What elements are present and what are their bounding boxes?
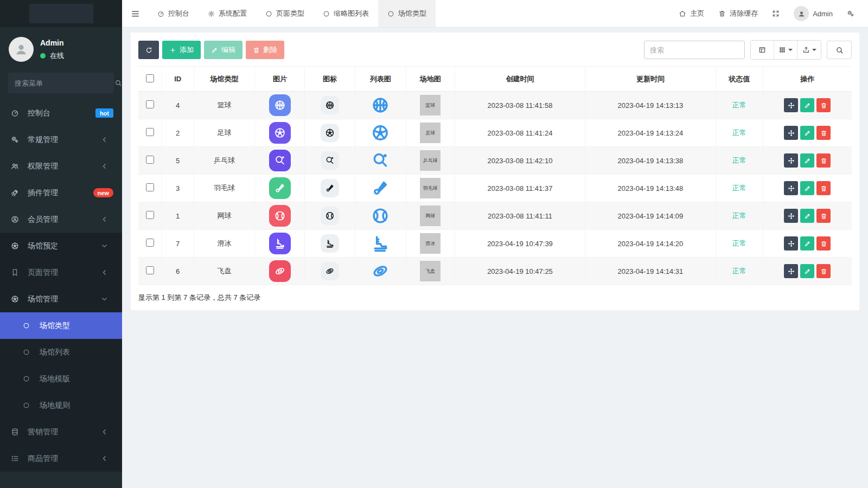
icon-badge[interactable] [321, 96, 339, 114]
icon-badge[interactable] [321, 207, 339, 225]
row-delete-button[interactable] [816, 98, 831, 112]
status-badge[interactable]: 正常 [732, 239, 746, 247]
status-badge[interactable]: 正常 [732, 184, 746, 192]
sidebar-item-goods[interactable]: 商品管理 [0, 445, 122, 472]
export-button[interactable] [797, 41, 821, 59]
row-move-button[interactable] [784, 126, 798, 140]
tab-console[interactable]: 控制台 [148, 0, 199, 27]
row-delete-button[interactable] [816, 236, 831, 251]
sidebar-item-marketing[interactable]: 营销管理 [0, 419, 122, 445]
icon-badge[interactable] [321, 124, 339, 142]
clear-cache-label: 清除缓存 [730, 9, 758, 18]
sidebar-item-venue-booking[interactable]: 场馆预定 [0, 233, 122, 259]
row-checkbox[interactable] [146, 128, 154, 136]
select-all-checkbox[interactable] [146, 74, 154, 82]
field-map-thumb[interactable]: 飞盘 [420, 261, 441, 281]
field-map-thumb[interactable]: 足球 [420, 123, 441, 143]
row-checkbox[interactable] [146, 183, 154, 191]
row-edit-button[interactable] [800, 209, 814, 223]
clear-cache-link[interactable]: 清除缓存 [711, 0, 765, 27]
tab-venue-type[interactable]: 场馆类型 [378, 0, 436, 27]
row-edit-button[interactable] [800, 264, 814, 278]
row-checkbox[interactable] [146, 156, 154, 164]
list-image[interactable] [371, 234, 390, 253]
delete-button[interactable]: 删除 [246, 41, 284, 59]
row-move-button[interactable] [784, 181, 798, 195]
row-edit-button[interactable] [800, 236, 814, 251]
row-delete-button[interactable] [816, 153, 831, 168]
field-map-thumb[interactable]: 篮球 [420, 95, 441, 115]
row-checkbox[interactable] [146, 266, 154, 274]
row-move-button[interactable] [784, 153, 798, 168]
row-move-button[interactable] [784, 209, 798, 223]
sidebar-item-console[interactable]: 控制台hot [0, 100, 122, 126]
image-badge[interactable] [269, 122, 291, 144]
row-delete-button[interactable] [816, 264, 831, 278]
row-move-button[interactable] [784, 98, 798, 112]
status-badge[interactable]: 正常 [732, 211, 746, 220]
add-button[interactable]: 添加 [162, 41, 201, 59]
settings-button[interactable] [840, 0, 861, 27]
row-delete-button[interactable] [816, 209, 831, 223]
columns-button[interactable] [774, 41, 797, 59]
table-search-input[interactable] [644, 41, 745, 59]
tab-page-type[interactable]: 页面类型 [256, 0, 314, 27]
list-image[interactable] [371, 207, 390, 225]
icon-badge[interactable] [321, 179, 339, 197]
row-delete-button[interactable] [816, 181, 831, 195]
field-map-thumb[interactable]: 滑冰 [420, 233, 441, 254]
row-edit-button[interactable] [800, 181, 814, 195]
search-button[interactable] [827, 41, 852, 59]
field-map-thumb[interactable]: 网球 [420, 206, 441, 226]
image-badge[interactable] [269, 94, 291, 116]
icon-badge[interactable] [321, 151, 339, 170]
field-map-thumb[interactable]: 乒乓球 [420, 150, 441, 171]
sidebar-item-auth[interactable]: 权限管理 [0, 153, 122, 179]
tab-system-config[interactable]: 系统配置 [199, 0, 256, 27]
image-badge[interactable] [269, 205, 291, 227]
icon-badge[interactable] [321, 234, 339, 253]
sidebar-item-general[interactable]: 常规管理 [0, 126, 122, 153]
user-menu[interactable]: Admin [787, 0, 840, 27]
toggle-view-button[interactable] [751, 41, 774, 59]
sidebar-item-page-manage[interactable]: 页面管理 [0, 259, 122, 286]
sidebar-item-field-template[interactable]: 场地模版 [0, 365, 122, 392]
sidebar-item-member[interactable]: 会员管理 [0, 206, 122, 233]
status-badge[interactable]: 正常 [732, 101, 746, 109]
row-checkbox[interactable] [146, 239, 154, 247]
sidebar-item-venue-manage[interactable]: 场馆管理 [0, 286, 122, 312]
list-image[interactable] [371, 262, 390, 280]
field-map-thumb[interactable]: 羽毛球 [420, 178, 441, 198]
list-image[interactable] [371, 179, 390, 197]
sidebar-item-field-rule[interactable]: 场地规则 [0, 392, 122, 419]
image-badge[interactable] [269, 233, 291, 254]
row-edit-button[interactable] [800, 153, 814, 168]
row-move-button[interactable] [784, 236, 798, 251]
status-badge[interactable]: 正常 [732, 129, 746, 137]
home-link[interactable]: 主页 [672, 0, 711, 27]
fullscreen-button[interactable] [765, 0, 787, 27]
row-checkbox[interactable] [146, 100, 154, 108]
menu-toggle-button[interactable] [122, 0, 148, 27]
image-badge[interactable] [269, 260, 291, 282]
edit-button[interactable]: 编辑 [204, 41, 242, 59]
image-badge[interactable] [269, 150, 291, 171]
sidebar-item-venue-list[interactable]: 场馆列表 [0, 339, 122, 365]
status-badge[interactable]: 正常 [732, 267, 746, 275]
list-image[interactable] [371, 96, 390, 114]
row-edit-button[interactable] [800, 126, 814, 140]
status-badge[interactable]: 正常 [732, 156, 746, 164]
refresh-button[interactable] [138, 41, 159, 59]
row-edit-button[interactable] [800, 98, 814, 112]
icon-badge[interactable] [321, 262, 339, 280]
row-checkbox[interactable] [146, 211, 154, 219]
list-image[interactable] [371, 124, 390, 142]
sidebar-item-addon[interactable]: 插件管理new [0, 179, 122, 206]
image-badge[interactable] [269, 177, 291, 199]
tab-thumb-list[interactable]: 缩略图列表 [314, 0, 378, 27]
list-image[interactable] [371, 151, 390, 170]
sidebar-item-venue-type[interactable]: 场馆类型 [0, 312, 122, 339]
sidebar-search-input[interactable] [15, 79, 110, 87]
row-move-button[interactable] [784, 264, 798, 278]
row-delete-button[interactable] [816, 126, 831, 140]
